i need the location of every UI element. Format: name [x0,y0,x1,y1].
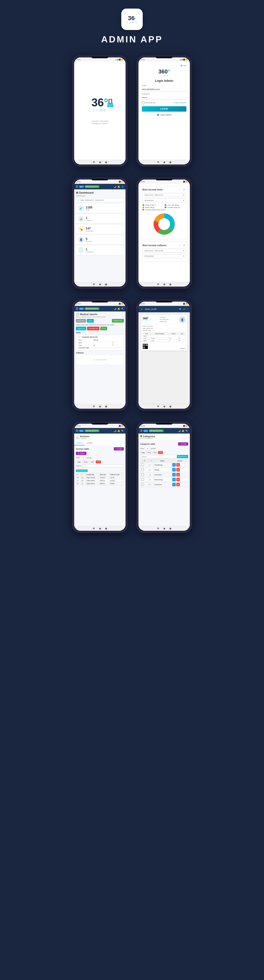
nav-back-3[interactable] [93,283,95,285]
bell-icon-3[interactable]: 🔔 [118,430,120,432]
nav-back-8[interactable] [157,528,159,530]
nav-bar-dashboard[interactable] [74,282,126,286]
nav-home-icon[interactable] [99,162,101,163]
nav-back-2[interactable] [157,162,159,163]
nav-recent-3[interactable] [105,283,107,285]
records-count-input[interactable] [81,456,86,460]
edit-button-3[interactable]: ✏ [172,473,176,476]
back-arrow-icon[interactable]: ← [140,307,143,311]
user-icon[interactable]: 👤 [121,186,124,188]
categories-records-input[interactable] [145,447,150,450]
tab-invoices[interactable]: Invoices [74,441,85,445]
menu-icon-reports[interactable]: ☰ [76,307,78,310]
moon-icon-3[interactable]: 🌙 [114,430,116,432]
cat-row-checkbox-5[interactable] [141,483,144,486]
pdf-share-icon[interactable]: ↗ [183,308,185,310]
nav-home-7[interactable] [99,528,101,530]
cat-row-checkbox-2[interactable] [141,468,144,471]
search-icon-3[interactable]: 🔍 [186,430,188,432]
filter-bar[interactable]: ▼ Filter 2021/01/01 - 2021/12/31 [76,198,124,202]
branch-dropdown[interactable]: All branches ▾ [143,198,186,202]
cultures-branch-dropdown[interactable]: All branches ▾ [143,254,186,258]
password-input[interactable] [142,96,186,100]
body-tissue-dropdown[interactable]: Body tissue ▾ [177,455,188,458]
minimize-cultures-icon[interactable]: − [178,243,181,247]
tab-groups[interactable]: Groups [85,441,94,445]
nav-home-6[interactable] [164,406,165,407]
pdf-search-icon[interactable]: 🔍 [179,308,182,310]
next-button[interactable]: Next [87,319,94,323]
nav-bar-invoices[interactable] [74,526,126,531]
select-all-button[interactable]: Select all [76,327,86,330]
pdf-more-icon[interactable]: ⋮ [186,308,188,310]
branch-tag-categories[interactable]: 🏢 Main Branch ▾ [149,430,164,432]
copy-button[interactable]: Copy [76,461,82,463]
language-selector[interactable]: 🌐 IN ▾ [180,65,186,67]
login-patient-button[interactable]: 👤 Login Patient [157,114,172,116]
previous-button[interactable]: Previous [76,319,86,323]
forgot-password-link[interactable]: Forgot Password? [174,102,186,103]
moon-icon-2[interactable]: 🌙 [114,308,116,310]
print-button[interactable]: Print [100,327,107,330]
edit-button-2[interactable]: ✏ [172,468,176,471]
cat-print-button[interactable]: Print [146,451,151,454]
nav-recent-4[interactable] [170,283,171,285]
edit-button-4[interactable]: ✏ [172,478,176,481]
nav-home-3[interactable] [99,283,101,285]
menu-icon-categories[interactable]: ☰ [140,429,143,432]
create-invoice-button[interactable]: + Create [114,447,124,450]
nav-bar-reports[interactable] [74,404,126,409]
menu-icon[interactable]: ☰ [76,185,78,188]
search-invoices-input[interactable] [82,465,124,467]
delete-button-4[interactable]: 🗑 [177,478,180,481]
close-icon[interactable]: ✕ [182,188,186,191]
cat-row-checkbox-1[interactable] [141,463,144,466]
nav-recent-5[interactable] [105,406,107,407]
delete-button-2[interactable]: 🗑 [177,468,180,471]
minimize-icon[interactable]: − [178,188,181,191]
menu-icon-invoices[interactable]: ☰ [76,429,78,432]
nav-recent-icon[interactable] [105,162,107,163]
edit-button-1[interactable]: ✏ [172,463,176,466]
nav-home-8[interactable] [164,528,165,530]
nav-back-6[interactable] [157,406,159,407]
nav-home-4[interactable] [164,283,165,285]
nav-bar-income[interactable] [138,282,190,286]
branch-tag[interactable]: 🏢 Main Branch ▾ [85,185,99,188]
bell-icon-4[interactable]: 🔔 [182,430,184,432]
deselect-button[interactable]: Deselect all [87,327,99,330]
delete-button-1[interactable]: 🗑 [177,463,180,466]
cat-copy-button[interactable]: Copy [140,451,146,454]
edit-button-5[interactable]: ✏ [172,483,176,486]
nav-recent-6[interactable] [170,406,171,407]
branch-tag-reports[interactable]: 🏢 Main Branch ▾ [85,307,99,310]
nav-back-4[interactable] [157,283,159,285]
delete-button-3[interactable]: 🗑 [177,473,180,476]
nav-bar-splash[interactable] [74,160,126,164]
bell-icon-2[interactable]: 🔔 [118,308,120,310]
bell-icon[interactable]: 🔔 [118,186,120,188]
nav-bar-categories[interactable] [138,526,190,531]
nav-recent-8[interactable] [170,528,171,530]
remember-checkbox[interactable] [142,101,145,104]
cat-csv-button[interactable]: CSV [153,451,157,454]
cultures-date-range-picker[interactable]: 2021/11/10 - 2021/11/16 ▾ [143,249,186,253]
cat-row-checkbox-4[interactable] [141,478,144,481]
branch-tag-invoices[interactable]: 🏢 Main Branch ▾ [85,430,99,432]
nav-recent-2[interactable] [170,162,171,163]
create-category-button[interactable]: + Create [178,442,188,445]
cat-row-checkbox-3[interactable] [141,473,144,476]
nav-bar-login[interactable] [138,160,190,164]
moon-icon[interactable]: 🌙 [114,186,116,188]
nav-recent-7[interactable] [105,528,107,530]
email-input[interactable] [142,88,186,91]
nav-back-5[interactable] [93,406,95,407]
cat-pdf-button[interactable]: PDF [158,451,163,454]
close-cultures-icon[interactable]: ✕ [182,243,186,247]
nav-back-7[interactable] [93,528,95,530]
csv-button[interactable]: CSV [89,461,95,463]
nav-back-icon[interactable] [93,162,95,163]
categories-search-input[interactable] [140,455,177,458]
excel-button[interactable]: Excel [83,461,89,463]
filter-invoices-button[interactable]: ▼ Filters [76,452,86,455]
